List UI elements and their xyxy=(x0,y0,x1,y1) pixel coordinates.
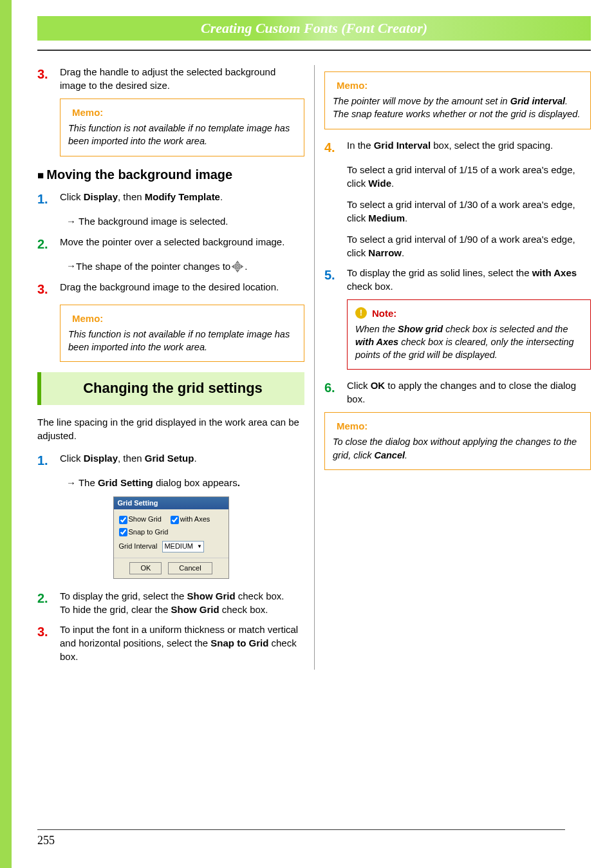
memo-box: Memo: This function is not available if … xyxy=(60,305,304,363)
memo-box: Memo: To close the dialog box without ap… xyxy=(324,412,591,470)
step-detail-wide: To select a grid interval of 1/15 of a w… xyxy=(347,163,591,190)
page-banner: Creating Custom Fonts (Font Creator) xyxy=(37,16,591,41)
memo-text: This function is not available if no tem… xyxy=(68,328,296,354)
note-label: Note: xyxy=(372,307,396,320)
tab-strip xyxy=(0,0,12,868)
page-footer: 255 xyxy=(37,829,565,849)
page: Creating Custom Fonts (Font Creator) 3. … xyxy=(0,0,614,868)
step-detail-narrow: To select a grid interval of 1/90 of a w… xyxy=(347,232,591,259)
step-detail-medium: To select a grid interval of 1/30 of a w… xyxy=(347,198,591,225)
memo-header: Memo: xyxy=(68,312,296,325)
step-result: → The shape of the pointer changes to . xyxy=(66,259,304,274)
step-number: 4. xyxy=(324,138,347,156)
step-4-grid-interval: 4. In the Grid Interval box, select the … xyxy=(324,138,591,156)
step-number: 6. xyxy=(324,379,347,397)
step-number: 3. xyxy=(37,623,60,641)
note-icon: ! xyxy=(355,307,367,319)
grid-interval-select[interactable]: MEDIUM ▼ xyxy=(162,541,204,552)
step-number: 5. xyxy=(324,266,347,284)
memo-header: Memo: xyxy=(333,419,582,433)
page-number: 255 xyxy=(37,834,55,847)
subheading-moving-bg: ■Moving the background image xyxy=(37,165,304,184)
square-bullet-icon: ■ xyxy=(37,169,44,182)
step-number: 3. xyxy=(37,65,60,83)
section-title-grid-settings: Changing the grid settings xyxy=(37,372,304,405)
svg-rect-3 xyxy=(238,264,240,266)
step-3-snap-to-grid: 3. To input the font in a uniform thickn… xyxy=(37,623,304,663)
note-header: ! Note: xyxy=(355,307,582,320)
grid-interval-label: Grid Interval xyxy=(119,542,158,551)
memo-label: Memo: xyxy=(72,106,103,119)
step-3-drag-bg: 3. Drag the background image to the desi… xyxy=(37,280,304,298)
step-text: Click Display, then Modify Template. xyxy=(60,190,304,203)
memo-header: Memo: xyxy=(68,106,296,119)
step-number: 1. xyxy=(37,190,60,208)
memo-label: Memo: xyxy=(72,312,103,325)
column-right: Memo: The pointer will move by the amoun… xyxy=(314,65,591,670)
step-text: Drag the background image to the desired… xyxy=(60,280,304,294)
move-cursor-icon xyxy=(230,259,245,274)
dropdown-arrow-icon: ▼ xyxy=(197,543,202,550)
dialog-titlebar: Grid Setting xyxy=(114,497,228,509)
step-number: 3. xyxy=(37,280,60,298)
memo-text: To close the dialog box without applying… xyxy=(333,435,582,462)
grid-interval-value: MEDIUM xyxy=(164,542,193,551)
memo-box: Memo: This function is not available if … xyxy=(60,99,304,156)
step-2-show-grid: 2. To display the grid, select the Show … xyxy=(37,589,304,616)
memo-text: This function is not available if no tem… xyxy=(68,122,296,148)
cancel-button[interactable]: Cancel xyxy=(168,562,212,574)
step-1-click-display: 1. Click Display, then Modify Template. xyxy=(37,190,304,208)
svg-rect-4 xyxy=(236,267,237,269)
step-5-with-axes: 5. To display the grid as solid lines, s… xyxy=(324,266,591,293)
memo-text: The pointer will move by the amount set … xyxy=(333,95,582,121)
ok-button[interactable]: OK xyxy=(129,562,162,574)
note-box: ! Note: When the Show grid check box is … xyxy=(347,299,591,370)
with-axes-checkbox[interactable] xyxy=(171,516,179,524)
step-number: 2. xyxy=(37,235,60,253)
step-text: To display the grid as solid lines, sele… xyxy=(347,266,591,293)
columns: 3. Drag the handle to adjust the selecte… xyxy=(37,65,591,670)
step-result: → The Grid Setting dialog box appears. xyxy=(66,476,304,490)
step-text: In the Grid Interval box, select the gri… xyxy=(347,138,591,152)
memo-box: Memo: The pointer will move by the amoun… xyxy=(324,71,591,129)
step-text: To input the font in a uniform thickness… xyxy=(60,623,304,663)
intro-text: The line spacing in the grid displayed i… xyxy=(37,415,304,442)
memo-header: Memo: xyxy=(333,79,582,92)
step-6-click-ok: 6. Click OK to apply the changes and to … xyxy=(324,379,591,406)
grid-setting-dialog: Grid Setting Show Grid with Axes Snap to… xyxy=(113,496,229,579)
step-1-grid-setup: 1. Click Display, then Grid Setup. xyxy=(37,451,304,469)
memo-label: Memo: xyxy=(337,419,367,433)
step-number: 2. xyxy=(37,589,60,607)
main-content: Creating Custom Fonts (Font Creator) 3. … xyxy=(12,0,614,868)
step-2-move-pointer: 2. Move the pointer over a selected back… xyxy=(37,235,304,253)
svg-rect-2 xyxy=(236,264,237,266)
show-grid-checkbox[interactable] xyxy=(119,516,127,524)
step-text: To display the grid, select the Show Gri… xyxy=(60,589,304,616)
note-text: When the Show grid check box is selected… xyxy=(355,323,582,362)
step-text: Click Display, then Grid Setup. xyxy=(60,451,304,465)
step-text: Click OK to apply the changes and to clo… xyxy=(347,379,591,406)
memo-label: Memo: xyxy=(337,79,367,92)
step-3-drag-handle: 3. Drag the handle to adjust the selecte… xyxy=(37,65,304,92)
step-number: 1. xyxy=(37,451,60,469)
subheading-text: Moving the background image xyxy=(46,167,232,182)
with-axes-label: with Axes xyxy=(180,514,210,524)
dialog-body: Show Grid with Axes Snap to Grid Grid In… xyxy=(114,509,228,557)
snap-to-grid-checkbox[interactable] xyxy=(119,528,127,536)
snap-to-grid-label: Snap to Grid xyxy=(129,527,169,537)
step-result: → The background image is selected. xyxy=(66,214,304,229)
svg-rect-5 xyxy=(238,267,240,269)
show-grid-label: Show Grid xyxy=(129,514,162,524)
header-rule xyxy=(37,50,591,51)
step-text: Move the pointer over a selected backgro… xyxy=(60,235,304,249)
step-text: Drag the handle to adjust the selected b… xyxy=(60,65,304,92)
column-left: 3. Drag the handle to adjust the selecte… xyxy=(37,65,314,670)
